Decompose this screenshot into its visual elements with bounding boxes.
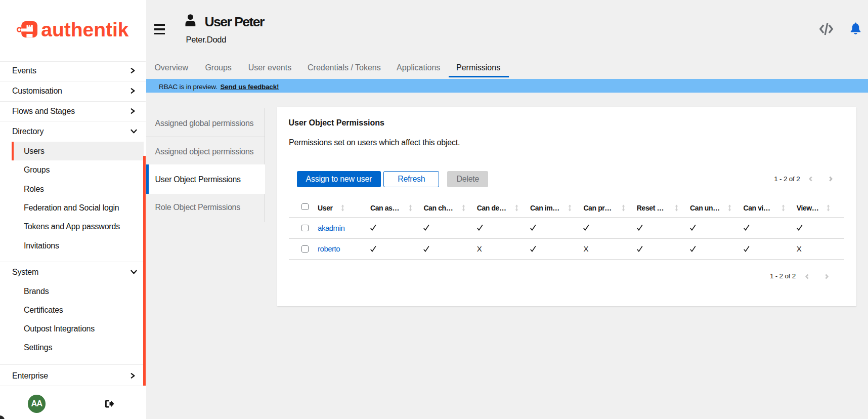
svg-text:authentik: authentik [41, 19, 129, 40]
